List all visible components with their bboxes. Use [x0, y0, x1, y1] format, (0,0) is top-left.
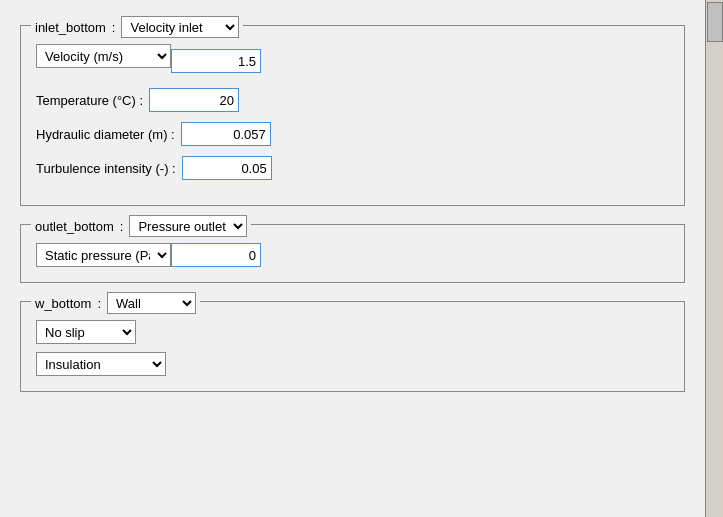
turbulence-row: Turbulence intensity (-) : 0.05 [36, 156, 669, 180]
outlet-bottom-separator: : [120, 219, 124, 234]
inlet-bottom-legend: inlet_bottom : Velocity inlet Pressure i… [31, 16, 243, 38]
outlet-bottom-type-select[interactable]: Pressure outlet Velocity inlet Wall [129, 215, 247, 237]
insulation-row: Insulation Heat flux Temperature [36, 352, 669, 376]
static-pressure-input[interactable]: 0 [171, 243, 261, 267]
insulation-select[interactable]: Insulation Heat flux Temperature [36, 352, 166, 376]
temperature-label: Temperature (°C) : [36, 93, 143, 108]
hydraulic-row: Hydraulic diameter (m) : 0.057 [36, 122, 669, 146]
wall-bottom-label: w_bottom [35, 296, 91, 311]
no-slip-row: No slip Slip [36, 320, 669, 344]
inlet-bottom-separator: : [112, 20, 116, 35]
wall-bottom-separator: : [97, 296, 101, 311]
scrollbar-thumb[interactable] [707, 2, 723, 42]
temperature-input[interactable]: 20 [149, 88, 239, 112]
velocity-value-input[interactable]: 1.5 [171, 49, 261, 73]
outlet-bottom-label: outlet_bottom [35, 219, 114, 234]
main-content: inlet_bottom : Velocity inlet Pressure i… [0, 0, 705, 517]
inlet-bottom-label: inlet_bottom [35, 20, 106, 35]
static-pressure-type-select[interactable]: Static pressure (Pa) Gauge pressure (Pa) [36, 243, 171, 267]
wall-bottom-type-select[interactable]: Wall Symmetry Periodic [107, 292, 196, 314]
velocity-type-select[interactable]: Velocity (m/s) Mass flow rate (kg/s) [36, 44, 171, 68]
wall-bottom-group: w_bottom : Wall Symmetry Periodic No sli… [20, 301, 685, 392]
temperature-row: Temperature (°C) : 20 [36, 88, 669, 112]
velocity-type-row: Velocity (m/s) Mass flow rate (kg/s) 1.5 [36, 44, 669, 78]
static-pressure-row: Static pressure (Pa) Gauge pressure (Pa)… [36, 243, 669, 267]
hydraulic-input[interactable]: 0.057 [181, 122, 271, 146]
inlet-bottom-type-select[interactable]: Velocity inlet Pressure inlet Pressure o… [121, 16, 239, 38]
scrollbar[interactable] [705, 0, 723, 517]
outlet-bottom-group: outlet_bottom : Pressure outlet Velocity… [20, 224, 685, 283]
turbulence-label: Turbulence intensity (-) : [36, 161, 176, 176]
outlet-bottom-legend: outlet_bottom : Pressure outlet Velocity… [31, 215, 251, 237]
turbulence-input[interactable]: 0.05 [182, 156, 272, 180]
hydraulic-label: Hydraulic diameter (m) : [36, 127, 175, 142]
page-container: inlet_bottom : Velocity inlet Pressure i… [0, 0, 723, 517]
inlet-bottom-group: inlet_bottom : Velocity inlet Pressure i… [20, 25, 685, 206]
wall-bottom-legend: w_bottom : Wall Symmetry Periodic [31, 292, 200, 314]
no-slip-select[interactable]: No slip Slip [36, 320, 136, 344]
